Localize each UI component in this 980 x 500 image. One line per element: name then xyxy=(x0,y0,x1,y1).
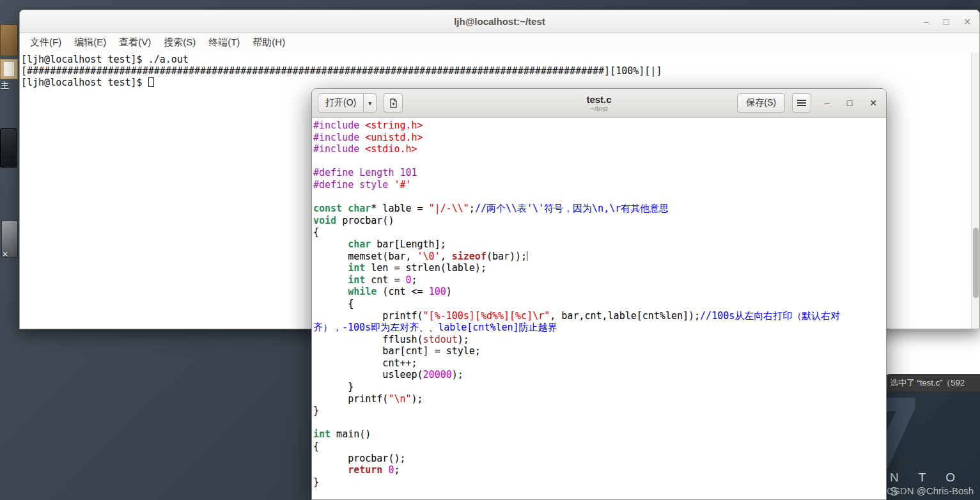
desktop-box-icon[interactable] xyxy=(0,24,18,56)
code-line: procbar(); xyxy=(313,453,886,465)
gedit-window-controls: – □ ✕ xyxy=(825,98,877,108)
menu-help[interactable]: 帮助(H) xyxy=(247,35,290,51)
terminal-scrollbar-thumb[interactable] xyxy=(973,228,979,298)
open-button-label: 打开(O) xyxy=(318,97,363,109)
menu-view[interactable]: 查看(V) xyxy=(114,35,156,51)
code-line: fflush(stdout); xyxy=(313,334,886,346)
menu-file[interactable]: 文件(F) xyxy=(25,35,66,51)
chevron-down-icon[interactable]: ▾ xyxy=(363,94,376,112)
code-line: printf("\n"); xyxy=(313,393,886,405)
terminal-window-controls: – □ ✕ xyxy=(924,10,971,33)
code-line: #include <unistd.h> xyxy=(313,132,886,144)
code-line: usleep(20000); xyxy=(313,369,886,381)
gedit-headerbar[interactable]: 打开(O) ▾ test.c ~/test 保存(S) xyxy=(312,89,886,118)
terminal-prompt: [ljh@localhost test]$ xyxy=(21,77,148,88)
terminal-cursor xyxy=(148,77,154,87)
gedit-window: 打开(O) ▾ test.c ~/test 保存(S) xyxy=(311,88,887,500)
code-line: void procbar() xyxy=(313,215,886,227)
code-line: int cnt = 0; xyxy=(313,274,886,286)
code-line: #define Length 101 xyxy=(313,167,886,179)
terminal-scrollbar[interactable] xyxy=(971,52,979,329)
maximize-button[interactable]: □ xyxy=(944,17,949,26)
code-line: memset(bar, '\0', sizeof(bar)); xyxy=(313,251,886,263)
code-line: #include <stdio.h> xyxy=(313,143,886,155)
menu-button[interactable] xyxy=(792,93,811,113)
text-cursor xyxy=(527,251,527,261)
menu-terminal[interactable]: 终端(T) xyxy=(203,35,245,51)
minimize-button[interactable]: – xyxy=(825,98,830,108)
code-line: char bar[Length]; xyxy=(313,238,886,251)
code-line: { xyxy=(313,441,886,453)
selection-status-bar: 选中了 “test.c”（592 xyxy=(885,374,980,391)
terminal-titlebar[interactable]: ljh@localhost:~/test – □ ✕ xyxy=(20,10,979,33)
code-line: #include <string.h> xyxy=(313,120,886,132)
desktop: 7 N T O S CSDN @Chris-Bosh 主 ✕ 选中了 “test… xyxy=(0,0,980,500)
code-line: printf("[%-100s][%d%%][%c]\r", bar,cnt,l… xyxy=(313,310,886,322)
new-document-icon xyxy=(389,98,398,108)
hamburger-icon xyxy=(797,98,806,107)
terminal-output-line: [#######################################… xyxy=(21,65,971,77)
code-line: } xyxy=(313,381,886,393)
trash-icon[interactable] xyxy=(0,128,17,168)
menu-edit[interactable]: 编辑(E) xyxy=(69,35,111,51)
code-line: #define style '#' xyxy=(313,179,886,191)
code-line: return 0; xyxy=(313,464,886,476)
code-line: cnt++; xyxy=(313,357,886,370)
desktop-documents-icon[interactable] xyxy=(0,59,18,79)
close-button[interactable]: ✕ xyxy=(869,98,877,108)
maximize-button[interactable]: □ xyxy=(847,98,852,108)
home-folder-label: 主 xyxy=(1,80,9,91)
code-line: } xyxy=(313,476,886,488)
code-line: int main() xyxy=(313,428,886,441)
terminal-menubar: 文件(F) 编辑(E) 查看(V) 搜索(S) 终端(T) 帮助(H) xyxy=(20,33,979,52)
code-line: } xyxy=(313,405,886,417)
close-button[interactable]: ✕ xyxy=(963,17,971,26)
code-line xyxy=(313,155,886,168)
code-line: 齐），-100s即为左对齐、、lable[cnt%len]防止越界 xyxy=(313,322,886,334)
code-line xyxy=(313,191,886,203)
package-icon-label: ✕ xyxy=(2,250,8,259)
code-line: int len = strlen(lable); xyxy=(313,262,886,274)
terminal-title: ljh@localhost:~/test xyxy=(454,16,545,27)
terminal-prompt-line: [ljh@localhost test]$ xyxy=(21,77,971,88)
save-button[interactable]: 保存(S) xyxy=(737,93,785,113)
minimize-button[interactable]: – xyxy=(924,17,929,26)
code-line: while (cnt <= 100) xyxy=(313,286,886,298)
open-button[interactable]: 打开(O) ▾ xyxy=(318,93,377,113)
new-document-button[interactable] xyxy=(384,93,403,113)
watermark-text: CSDN @Chris-Bosh xyxy=(887,485,974,496)
menu-search[interactable]: 搜索(S) xyxy=(159,35,201,51)
code-line: { xyxy=(313,226,886,238)
gedit-text-area[interactable]: #include <string.h>#include <unistd.h>#i… xyxy=(312,118,886,499)
code-line: bar[cnt] = style; xyxy=(313,345,886,357)
files-window-remnant: 选中了 “test.c”（592 xyxy=(885,329,980,391)
code-line: const char* lable = "|/-\\";//两个\\表'\'符号… xyxy=(313,203,886,215)
code-line: { xyxy=(313,298,886,310)
code-area: #include <string.h>#include <unistd.h>#i… xyxy=(313,120,886,488)
terminal-output-line: [ljh@localhost test]$ ./a.out xyxy=(21,54,971,65)
code-line xyxy=(313,417,886,429)
